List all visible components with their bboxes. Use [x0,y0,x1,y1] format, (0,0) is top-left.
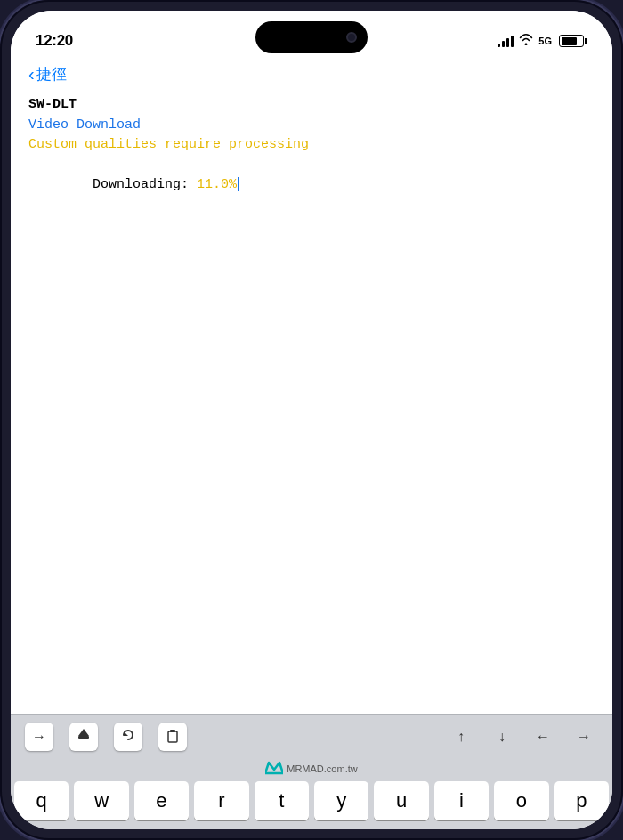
battery-fill [562,37,577,45]
tab-icon: → [32,729,46,745]
key-q[interactable]: q [14,781,69,820]
arrow-left-icon: ← [536,729,550,745]
clipboard-icon [165,727,181,747]
key-p[interactable]: p [554,781,609,820]
battery-tip [585,38,587,44]
toolbar-left: → [25,723,187,751]
downloading-line: Downloading: 11.0% [28,156,595,216]
clipboard-button[interactable] [158,723,187,751]
battery-icon [559,35,587,47]
signal-bar-2 [502,41,505,47]
arrow-left-button[interactable]: ← [529,723,557,751]
watermark-area: MRMAD.com.tw [11,758,612,781]
video-download-line: Video Download [28,116,595,136]
key-w[interactable]: w [74,781,128,820]
screen: 12:20 5G [11,11,612,829]
arrow-right-icon: → [577,729,591,745]
svg-marker-5 [265,763,283,773]
caps-key-button[interactable] [69,723,98,751]
downloading-percent: 11.0% [197,177,237,192]
toolbar-right: ↑ ↓ ← → [447,723,598,751]
status-bar: 12:20 5G [11,11,612,59]
svg-rect-3 [168,731,177,742]
keyboard-area: q w e r t y u i o p [11,781,612,829]
key-o[interactable]: o [494,781,548,820]
signal-bar-1 [498,44,500,47]
camera-dot [346,32,357,43]
caps-icon [76,727,92,747]
arrow-up-icon: ↑ [457,729,465,745]
status-time: 12:20 [36,32,73,50]
battery-body [559,35,584,47]
cursor [238,177,239,191]
dynamic-island [255,21,368,53]
wifi-icon [519,34,533,48]
arrow-down-icon: ↓ [498,729,506,745]
phone-frame: 12:20 5G [0,0,623,840]
svg-marker-1 [78,729,89,736]
key-row-1: q w e r t y u i o p [14,781,609,820]
back-button[interactable]: ‹ 捷徑 [28,64,67,85]
terminal-content: SW-DLT Video Download Custom qualities r… [11,85,612,714]
undo-button[interactable] [114,723,142,751]
key-u[interactable]: u [374,781,428,820]
undo-icon [120,727,136,747]
arrow-down-button[interactable]: ↓ [488,723,516,751]
status-icons: 5G [498,34,587,48]
key-y[interactable]: y [314,781,368,820]
back-label: 捷徑 [36,64,67,85]
svg-rect-0 [78,736,89,739]
battery-label: 5G [538,36,552,46]
keyboard-toolbar: → [11,714,612,758]
svg-marker-2 [124,731,128,736]
key-e[interactable]: e [134,781,189,820]
arrow-right-button[interactable]: → [570,723,598,751]
signal-bar-3 [506,38,509,47]
app-name-line: SW-DLT [28,95,595,116]
nav-bar: ‹ 捷徑 [11,59,612,85]
watermark-logo: MRMAD.com.tw [265,761,357,778]
custom-qualities-line: Custom qualities require processing [28,135,595,156]
downloading-prefix: Downloading: [93,177,197,192]
watermark-m-icon [265,761,283,778]
signal-bar-4 [511,36,514,47]
key-r[interactable]: r [194,781,248,820]
svg-rect-4 [170,730,175,732]
tab-key-button[interactable]: → [25,723,53,751]
key-i[interactable]: i [434,781,489,820]
watermark-text: MRMAD.com.tw [287,763,357,774]
back-chevron-icon: ‹ [28,65,35,83]
signal-icon [498,35,514,47]
arrow-up-button[interactable]: ↑ [447,723,475,751]
key-t[interactable]: t [255,781,309,820]
